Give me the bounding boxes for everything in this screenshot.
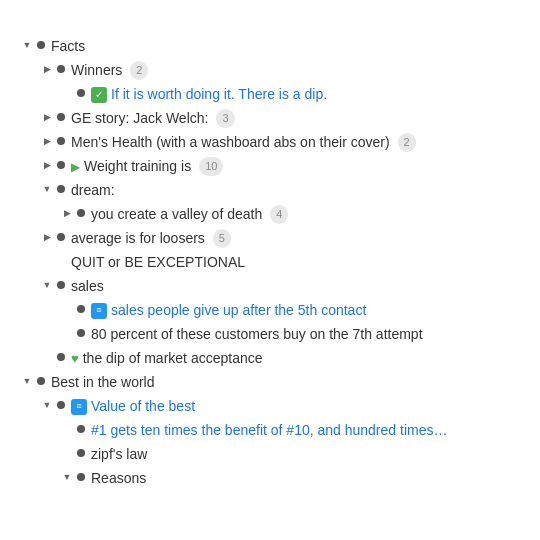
bullet-weight-training [57,161,65,169]
item-text-value-best: Value of the best [91,396,195,417]
item-text-if-worth: If it is worth doing it. There is a dip. [111,84,327,105]
arrow-icon: ▶ [71,158,80,176]
tree-item-zipf: zipf's law [20,444,520,465]
tree-item-80-percent: 80 percent of these customers buy on the… [20,324,520,345]
toggle-facts[interactable] [20,39,34,53]
toggle-best-world[interactable] [20,375,34,389]
tree-item-weight-training: ▶Weight training is 10 [20,156,520,177]
bullet-number1 [77,425,85,433]
toggle-ge-story[interactable] [40,111,54,125]
bullet-average-loosers [57,233,65,241]
item-content-dip-market: ♥ the dip of market acceptance [71,348,263,369]
item-content-sales-5th: ≡ sales people give up after the 5th con… [91,300,366,321]
badge-mens-health: 2 [398,133,416,152]
tree-item-facts: Facts [20,36,520,57]
item-text-best-world: Best in the world [51,372,155,393]
bullet-dream [57,185,65,193]
item-content-number1: #1 gets ten times the benefit of #10, an… [91,420,447,441]
heart-icon: ♥ [71,349,79,369]
item-content-if-worth: ✓ If it is worth doing it. There is a di… [91,84,327,105]
tree-item-winners: Winners2 [20,60,520,81]
item-content-80-percent: 80 percent of these customers buy on the… [91,324,423,345]
toggle-value-best[interactable] [40,399,54,413]
tree-item-dip-market: ♥ the dip of market acceptance [20,348,520,369]
item-text-average-loosers: average is for loosers [71,228,205,249]
bullet-winners [57,65,65,73]
bullet-value-best [57,401,65,409]
tree-item-sales: sales [20,276,520,297]
item-content-dream: dream: [71,180,115,201]
check-icon: ✓ [91,87,107,103]
tree-item-mens-health: Men's Health (with a washboard abs on th… [20,132,520,153]
bullet-zipf [77,449,85,457]
bullet-sales-5th [77,305,85,313]
tree-item-average-loosers: average is for loosers 5 [20,228,520,249]
item-text-zipf: zipf's law [91,444,147,465]
item-text-dream: dream: [71,180,115,201]
item-text-winners: Winners [71,60,122,81]
tree-item-valley-of-death: you create a valley of death 4 [20,204,520,225]
badge-ge-story: 3 [216,109,234,128]
item-content-weight-training: ▶Weight training is 10 [71,156,223,177]
item-text-sales-5th: sales people give up after the 5th conta… [111,300,366,321]
bullet-sales [57,281,65,289]
bullet-dip-market [57,353,65,361]
blue-badge-icon: ≡ [71,399,87,415]
bullet-valley-of-death [77,209,85,217]
toggle-mens-health[interactable] [40,135,54,149]
tree-item-if-worth: ✓ If it is worth doing it. There is a di… [20,84,520,105]
item-content-ge-story: GE story: Jack Welch: 3 [71,108,235,129]
item-text-number1: #1 gets ten times the benefit of #10, an… [91,420,447,441]
item-content-best-world: Best in the world [51,372,155,393]
toggle-winners[interactable] [40,63,54,77]
item-text-weight-training: Weight training is [84,156,191,177]
item-content-quit-exceptional: QUIT or BE EXCEPTIONAL [71,252,245,273]
toggle-average-loosers[interactable] [40,231,54,245]
bullet-best-world [37,377,45,385]
item-content-facts: Facts [51,36,85,57]
item-content-zipf: zipf's law [91,444,147,465]
item-content-value-best: ≡ Value of the best [71,396,195,417]
badge-average-loosers: 5 [213,229,231,248]
tree-container: FactsWinners2✓ If it is worth doing it. … [20,36,520,489]
tree-item-ge-story: GE story: Jack Welch: 3 [20,108,520,129]
item-text-ge-story: GE story: Jack Welch: [71,108,208,129]
badge-valley-of-death: 4 [270,205,288,224]
toggle-reasons[interactable] [60,471,74,485]
bullet-ge-story [57,113,65,121]
item-text-sales: sales [71,276,104,297]
item-content-sales: sales [71,276,104,297]
bullet-reasons [77,473,85,481]
item-content-reasons: Reasons [91,468,146,489]
toggle-dream[interactable] [40,183,54,197]
tree-item-sales-5th: ≡ sales people give up after the 5th con… [20,300,520,321]
tree-item-reasons: Reasons [20,468,520,489]
item-text-facts: Facts [51,36,85,57]
item-text-mens-health: Men's Health (with a washboard abs on th… [71,132,390,153]
bullet-80-percent [77,329,85,337]
item-text-reasons: Reasons [91,468,146,489]
toggle-weight-training[interactable] [40,159,54,173]
item-content-winners: Winners2 [71,60,148,81]
bullet-if-worth [77,89,85,97]
item-content-mens-health: Men's Health (with a washboard abs on th… [71,132,416,153]
tree-item-number1: #1 gets ten times the benefit of #10, an… [20,420,520,441]
blue-badge-icon: ≡ [91,303,107,319]
badge-weight-training: 10 [199,157,223,176]
item-text-dip-market: the dip of market acceptance [83,348,263,369]
tree-item-dream: dream: [20,180,520,201]
bullet-mens-health [57,137,65,145]
tree-item-value-best: ≡ Value of the best [20,396,520,417]
item-text-valley-of-death: you create a valley of death [91,204,262,225]
item-text-quit-exceptional: QUIT or BE EXCEPTIONAL [71,252,245,273]
item-content-valley-of-death: you create a valley of death 4 [91,204,288,225]
item-text-80-percent: 80 percent of these customers buy on the… [91,324,423,345]
toggle-valley-of-death[interactable] [60,207,74,221]
tree-item-best-world: Best in the world [20,372,520,393]
badge-winners: 2 [130,61,148,80]
bullet-facts [37,41,45,49]
item-content-average-loosers: average is for loosers 5 [71,228,231,249]
tree-item-quit-exceptional: QUIT or BE EXCEPTIONAL [20,252,520,273]
toggle-sales[interactable] [40,279,54,293]
